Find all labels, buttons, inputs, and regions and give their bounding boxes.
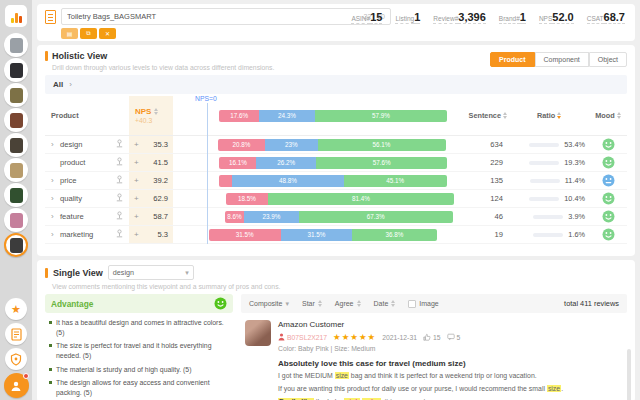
mood-cell xyxy=(589,192,627,205)
filter-composite[interactable]: Composite▾ xyxy=(249,300,289,308)
mood-cell xyxy=(589,228,627,241)
ratio-bar-track xyxy=(529,143,559,147)
pin-icon[interactable] xyxy=(115,211,124,220)
review-item[interactable]: Amazon Customer B07SL2X217 ★★★★★ 2021-12… xyxy=(241,313,627,400)
close-icon[interactable]: ✕ xyxy=(99,28,116,39)
breadcrumb[interactable]: All › xyxy=(45,75,627,94)
column-header-sentence[interactable]: Sentence xyxy=(463,111,509,120)
document-icon[interactable] xyxy=(5,323,27,345)
sidebar-product-thumb[interactable] xyxy=(4,133,28,157)
nps-stacked-bar: 17.6%24.3%57.9% xyxy=(219,110,447,122)
bullet-icon xyxy=(49,321,52,324)
nps-stacked-bar: 18.5%81.4% xyxy=(226,193,454,205)
nps-cell: +5.3 xyxy=(129,226,173,243)
tab-component[interactable]: Component xyxy=(535,52,589,67)
passive-segment: 24.3% xyxy=(259,110,315,122)
copy-icon[interactable]: ⧉ xyxy=(80,28,97,39)
plus-icon[interactable]: + xyxy=(134,158,139,167)
sort-icon[interactable] xyxy=(617,112,621,119)
single-view-title: Single View xyxy=(53,268,103,278)
viewpoint-select[interactable]: design ▾ xyxy=(108,265,194,280)
shield-icon[interactable] xyxy=(5,348,27,370)
plus-icon[interactable]: + xyxy=(134,176,139,185)
sidebar-product-thumb[interactable] xyxy=(4,108,28,132)
sort-icon[interactable] xyxy=(557,112,561,119)
detractor-segment: 20.8% xyxy=(218,139,265,151)
filter-image[interactable]: Image xyxy=(408,300,438,308)
sidebar-product-thumb[interactable] xyxy=(4,233,28,257)
sort-icon[interactable] xyxy=(503,112,507,119)
column-header-mood[interactable]: Mood xyxy=(589,111,627,120)
sort-icon[interactable] xyxy=(318,300,322,307)
product-image xyxy=(10,38,23,53)
sort-icon[interactable] xyxy=(357,300,361,307)
row-label-design[interactable]: ›design xyxy=(45,140,115,149)
sort-icon[interactable] xyxy=(391,300,395,307)
pin-icon[interactable] xyxy=(115,157,124,166)
comments-count[interactable]: 5 xyxy=(447,333,461,341)
row-label-product[interactable]: product xyxy=(45,158,115,167)
tab-object[interactable]: Object xyxy=(589,52,627,67)
sidebar-product-thumb[interactable] xyxy=(4,158,28,182)
table-row[interactable]: ›feature+58.78.6%23.9%67.3%463.9% xyxy=(45,208,627,226)
expand-chevron-icon[interactable]: › xyxy=(51,194,57,203)
filter-date[interactable]: Date xyxy=(374,300,396,307)
sidebar-product-thumb[interactable] xyxy=(4,83,28,107)
header-stat: CSAT68.7 xyxy=(587,9,625,24)
pin-icon[interactable] xyxy=(115,175,124,184)
sidebar-product-thumb[interactable] xyxy=(4,183,28,207)
pin-icon[interactable] xyxy=(115,193,124,202)
pin-icon[interactable] xyxy=(115,229,124,238)
column-header-nps[interactable]: NPS+40.3 xyxy=(129,96,173,135)
image-checkbox[interactable] xyxy=(408,300,416,308)
nps-value: 39.2 xyxy=(153,176,168,185)
review-text: If you are wanting this product for dail… xyxy=(278,385,547,392)
sidebar-product-thumb[interactable] xyxy=(4,58,28,82)
support-icon[interactable] xyxy=(4,373,29,398)
likes-count[interactable]: 15 xyxy=(423,333,441,341)
expand-chevron-icon[interactable]: › xyxy=(51,212,57,221)
app-logo-icon[interactable] xyxy=(5,5,27,27)
header-stat: NPS52.0 xyxy=(539,9,574,24)
expand-chevron-icon[interactable]: › xyxy=(51,230,57,239)
asin-link[interactable]: B07SL2X217 xyxy=(278,333,327,341)
expand-chevron-icon[interactable]: › xyxy=(51,140,57,149)
row-label-price[interactable]: ›price xyxy=(45,176,115,185)
table-row[interactable]: ›marketing+5.331.5%31.5%36.8%191.6% xyxy=(45,226,627,244)
sentence-count: 135 xyxy=(463,176,509,185)
row-label-feature[interactable]: ›feature xyxy=(45,212,115,221)
scrollbar-thumb[interactable] xyxy=(627,349,631,400)
nps-value: 35.3 xyxy=(153,140,168,149)
plus-icon[interactable]: + xyxy=(134,140,139,149)
row-chart-cell: 16.1%26.2%57.6% xyxy=(173,154,463,171)
star-icon[interactable]: ★ xyxy=(5,298,27,320)
table-row[interactable]: ›design+35.320.8%23%56.1%63453.4% xyxy=(45,136,627,154)
table-row[interactable]: ›price+39.248.8%45.1%13511.4% xyxy=(45,172,627,190)
column-header-ratio[interactable]: Ratio xyxy=(509,111,589,120)
plus-icon[interactable]: + xyxy=(134,194,139,203)
save-icon[interactable]: ▤ xyxy=(61,28,78,39)
row-name: design xyxy=(60,140,82,149)
mood-cell xyxy=(589,174,627,187)
sidebar-product-thumb[interactable] xyxy=(4,33,28,57)
table-row[interactable]: product+41.516.1%26.2%57.6%22919.3% xyxy=(45,154,627,172)
expand-chevron-icon[interactable]: › xyxy=(51,176,57,185)
advantage-text: The design allows for easy access and co… xyxy=(56,378,231,397)
promoter-segment: 67.3% xyxy=(299,211,453,223)
pin-icon[interactable] xyxy=(115,139,124,148)
table-row[interactable]: ›quality+62.918.5%81.4%12410.4% xyxy=(45,190,627,208)
tab-product[interactable]: Product xyxy=(490,52,534,67)
stat-value: 15 xyxy=(370,11,382,24)
sort-icon[interactable] xyxy=(154,108,158,115)
row-label-quality[interactable]: ›quality xyxy=(45,194,115,203)
report-name-input[interactable] xyxy=(67,12,364,21)
plus-icon[interactable]: + xyxy=(134,212,139,221)
filter-agree[interactable]: Agree xyxy=(335,300,361,307)
report-name-box[interactable]: 22 / 50 xyxy=(61,8,391,25)
review-title: Absolutely love this case for travel (me… xyxy=(278,359,625,368)
plus-icon[interactable]: + xyxy=(134,230,139,239)
filter-star[interactable]: Star xyxy=(302,300,322,307)
row-label-marketing[interactable]: ›marketing xyxy=(45,230,115,239)
stat-value: 1 xyxy=(520,11,526,24)
sidebar-product-thumb[interactable] xyxy=(4,208,28,232)
